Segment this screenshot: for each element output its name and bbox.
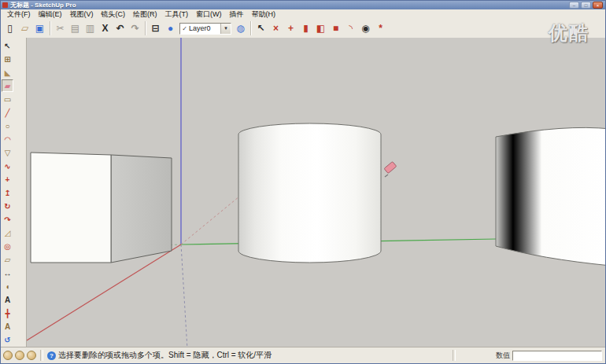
plugin-separator <box>248 21 253 35</box>
help-icon[interactable]: ? <box>47 351 56 360</box>
freehand-tool[interactable]: ∿ <box>2 160 13 172</box>
layer-combo[interactable]: ✓ Layer0 ▾ <box>179 23 231 35</box>
orbit-tool[interactable]: ↺ <box>2 333 13 346</box>
axes-tool[interactable]: ╋ <box>2 307 13 319</box>
menu-edit[interactable]: 编辑(E) <box>35 9 66 20</box>
paste-button[interactable]: ▥ <box>83 20 98 36</box>
erase-button[interactable]: X <box>98 20 113 36</box>
status-credit-icon-2[interactable] <box>15 351 24 360</box>
close-button[interactable]: × <box>593 2 603 9</box>
plugin-toolbar-group: ↖×+▮◧■◝◉* <box>248 20 388 36</box>
layer-manager-button[interactable]: ◍ <box>233 20 248 36</box>
viewport-3d[interactable] <box>27 38 605 347</box>
box-right-face[interactable] <box>111 155 172 263</box>
plugin-arc-button[interactable]: ◝ <box>343 20 358 36</box>
minimize-button[interactable]: – <box>569 2 579 9</box>
plugin-select-button[interactable]: ↖ <box>253 20 268 36</box>
menu-plugins[interactable]: 插件 <box>226 9 248 20</box>
offset-tool[interactable]: ◎ <box>2 240 13 252</box>
select-tool[interactable]: ↖ <box>2 39 13 52</box>
protractor-tool[interactable]: ◖ <box>2 280 13 292</box>
statusbar-divider-right <box>453 350 456 361</box>
layer-combo-arrow-button[interactable]: ▾ <box>220 24 231 34</box>
sketchup-window: 无标题 - SketchUp Pro – □ × 文件(F)编辑(E)视图(V)… <box>0 0 606 364</box>
3d-text-tool[interactable]: A <box>2 320 13 333</box>
print-button[interactable]: ⊟ <box>148 20 163 36</box>
save-button[interactable]: ▣ <box>32 20 47 36</box>
titlebar: 无标题 - SketchUp Pro – □ × <box>1 1 605 9</box>
undo-button[interactable]: ↶ <box>113 20 127 36</box>
menu-tools[interactable]: 工具(T) <box>161 9 193 20</box>
window-controls: – □ × <box>569 2 604 9</box>
cut-button[interactable]: ✂ <box>53 20 68 36</box>
circle-tool[interactable]: ○ <box>2 119 13 132</box>
box-front-face[interactable] <box>31 153 111 263</box>
menu-view[interactable]: 视图(V) <box>66 9 98 20</box>
model-info-button[interactable]: ● <box>163 20 178 36</box>
plugin-settings-button[interactable]: * <box>373 20 388 36</box>
tape-measure-tool[interactable]: ▱ <box>2 253 13 266</box>
layer-combo-value: Layer0 <box>189 24 220 34</box>
menu-camera[interactable]: 镜头(C) <box>98 9 130 20</box>
window-title: 无标题 - SketchUp Pro <box>10 2 76 9</box>
layer-visible-icon: ✓ <box>180 25 189 32</box>
cylinder-middle[interactable] <box>238 123 381 263</box>
toolbar-separator <box>142 21 148 35</box>
dimension-tool[interactable]: ↔ <box>2 267 13 279</box>
menu-window[interactable]: 窗口(W) <box>192 9 226 20</box>
statusbar-divider <box>40 350 43 361</box>
status-hint-text: 选择要删除的项或拖动多个项。Shift = 隐藏，Ctrl = 软化/平滑 <box>58 350 449 361</box>
standard-toolbar-group: ▯▱▣✂▤▥X↶↷⊟● <box>2 20 178 36</box>
maximize-button[interactable]: □ <box>581 2 591 9</box>
measurement-input[interactable] <box>512 351 602 361</box>
menu-help[interactable]: 帮助(H) <box>248 9 280 20</box>
open-button[interactable]: ▱ <box>17 20 32 36</box>
status-credit-icon-3[interactable] <box>27 351 36 360</box>
plugin-move-button[interactable]: × <box>268 20 283 36</box>
cylinder-right[interactable] <box>496 127 606 266</box>
tool-palette: ↖⊞◣▰▭╱○◠▽∿+↥↻↷◿◎▱↔◖A╋A↺◆⊕⊛↶↷♟◉∵◪ <box>1 38 27 347</box>
app-logo-icon <box>2 2 8 8</box>
statusbar: ? 选择要删除的项或拖动多个项。Shift = 隐藏，Ctrl = 软化/平滑 … <box>1 347 605 363</box>
plugin-box-button[interactable]: ■ <box>328 20 343 36</box>
paint-bucket-tool[interactable]: ◣ <box>2 66 13 79</box>
eraser-tool[interactable]: ▰ <box>2 79 13 92</box>
arc-tool[interactable]: ◠ <box>2 133 13 145</box>
viewport-scene <box>27 38 606 349</box>
youku-watermark: 优酷 <box>549 20 589 46</box>
line-tool[interactable]: ╱ <box>2 106 13 119</box>
move-tool[interactable]: + <box>2 173 13 186</box>
follow-me-tool[interactable]: ↷ <box>2 213 13 226</box>
menu-file[interactable]: 文件(F) <box>3 9 35 20</box>
menu-draw[interactable]: 绘图(R) <box>129 9 161 20</box>
new-button[interactable]: ▯ <box>2 20 17 36</box>
plugin-paint-button[interactable]: ◧ <box>313 20 328 36</box>
rectangle-tool[interactable]: ▭ <box>2 93 13 105</box>
text-tool[interactable]: A <box>2 293 13 306</box>
main-toolbar: ▯▱▣✂▤▥X↶↷⊟● ✓ Layer0 ▾ ◍ ↖×+▮◧■◝◉* <box>1 19 605 39</box>
scale-tool[interactable]: ◿ <box>2 226 13 239</box>
push-pull-tool[interactable]: ↥ <box>2 186 13 199</box>
plugin-cylinder-button[interactable]: ▮ <box>298 20 313 36</box>
copy-button[interactable]: ▤ <box>68 20 83 36</box>
status-credit-icon-1[interactable] <box>3 351 13 360</box>
rotate-tool[interactable]: ↻ <box>2 200 13 212</box>
plugin-camera-button[interactable]: ◉ <box>358 20 373 36</box>
measurement-label: 数值 <box>496 351 510 361</box>
make-component-tool[interactable]: ⊞ <box>2 53 13 65</box>
redo-button[interactable]: ↷ <box>127 20 142 36</box>
toolbar-separator <box>47 21 53 35</box>
plugin-add-button[interactable]: + <box>283 20 298 36</box>
polygon-tool[interactable]: ▽ <box>2 146 13 159</box>
